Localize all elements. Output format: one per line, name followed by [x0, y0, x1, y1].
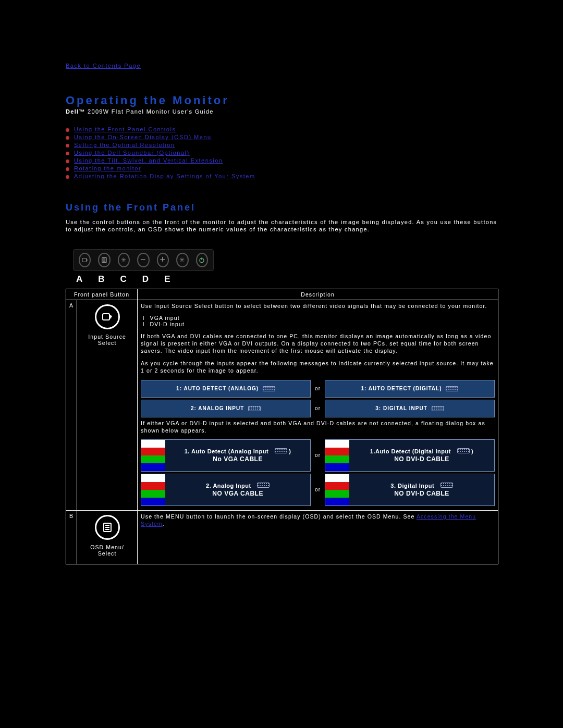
subtitle-rest: 2009W Flat Panel Monitor User's Guide	[85, 108, 214, 115]
nocable-auto-analog: 1. Auto Detect (Analog Input ) No VGA CA…	[141, 439, 311, 472]
or-label: or	[315, 487, 321, 492]
dvi-connector-icon	[457, 448, 470, 453]
toc-link-1[interactable]: Using the On-Screen Display (OSD) Menu	[74, 134, 212, 140]
nocable-analog: 2. Analog Input NO VGA CABLE	[141, 474, 311, 506]
row-b-button-caption: OSD Menu/ Select	[80, 544, 134, 562]
panel-letter-d: D	[142, 274, 149, 285]
row-a-button-cell: Input Source Select	[77, 300, 138, 510]
or-label: or	[315, 452, 321, 458]
row-b-desc-pre: Use the MENU button to launch the on-scr…	[141, 513, 417, 520]
dvi-connector-icon	[446, 386, 458, 391]
vga-connector-icon	[257, 483, 270, 488]
or-label: or	[315, 405, 321, 411]
panel-letter-a: A	[76, 274, 82, 285]
toc-link-2[interactable]: Setting the Optimal Resolution	[74, 142, 175, 148]
section-intro-text: Use the control buttons on the front of …	[66, 218, 498, 233]
section-using-front-panel-title: Using the Front Panel	[66, 202, 500, 213]
toc-list: Using the Front Panel Controls Using the…	[66, 126, 500, 179]
panel-button-input-icon	[79, 253, 91, 267]
nocable-digital: 3. Digital Input NO DVI-D CABLE	[325, 474, 495, 506]
row-b-button-cell: OSD Menu/ Select	[77, 510, 138, 564]
row-b-desc-post: .	[163, 521, 165, 527]
dvi-connector-icon	[440, 483, 453, 488]
front-panel-table: Front panel Button Description A Input S…	[66, 289, 498, 564]
nocable-auto-digital: 1.Auto Detect (Digital Input ) NO DVI-D …	[325, 439, 495, 472]
front-panel-illustration: A B C D E	[73, 249, 214, 285]
panel-button-minus-icon	[137, 253, 149, 267]
row-a-p4: If either VGA or DVI-D input is selected…	[141, 419, 495, 434]
panel-button-brightness-icon	[118, 253, 130, 267]
row-a-input-dvid: DVI-D input	[150, 321, 495, 327]
row-a-input-vga: VGA input	[150, 315, 495, 321]
row-a-description: Use Input Source Select button to select…	[138, 300, 498, 510]
dvi-connector-icon	[432, 406, 444, 411]
panel-letter-c: C	[120, 274, 127, 285]
banner-digital-input: 3: DIGITAL INPUT	[325, 400, 495, 417]
input-source-select-icon	[95, 304, 120, 329]
vga-connector-icon	[263, 386, 275, 391]
page-subtitle: Dell™ 2009W Flat Panel Monitor User's Gu…	[66, 108, 500, 115]
panel-letter-b: B	[98, 274, 104, 285]
table-header-description: Description	[138, 289, 498, 300]
row-a-button-caption: Input Source Select	[80, 334, 134, 351]
table-header-button: Front panel Button	[66, 289, 138, 300]
osd-menu-select-icon	[95, 515, 120, 540]
row-a-p2: If both VGA and DVI cables are connected…	[141, 332, 495, 355]
or-label: or	[315, 386, 321, 391]
brand-name: Dell™	[66, 108, 85, 115]
toc-link-3[interactable]: Using the Dell Soundbar (Optional)	[74, 150, 190, 156]
toc-link-4[interactable]: Using the Tilt, Swivel, and Vertical Ext…	[74, 157, 223, 164]
toc-link-0[interactable]: Using the Front Panel Controls	[74, 126, 176, 132]
row-a-p3: As you cycle through the inputs appear t…	[141, 360, 495, 374]
row-a-p1: Use Input Source Select button to select…	[141, 302, 495, 310]
panel-button-power-icon	[196, 253, 208, 267]
banner-auto-detect-digital: 1: AUTO DETECT (DIGITAL)	[325, 380, 495, 398]
row-a-label: A	[66, 300, 77, 510]
svg-rect-7	[103, 314, 109, 320]
toc-link-5[interactable]: Rotating the monitor	[74, 165, 141, 171]
page-title: Operating the Monitor	[66, 94, 500, 107]
row-b-label: B	[66, 510, 77, 564]
banner-auto-detect-analog: 1: AUTO DETECT (ANALOG)	[141, 380, 311, 398]
vga-connector-icon	[248, 406, 261, 411]
back-to-contents-link[interactable]: Back to Contents Page	[66, 63, 141, 69]
banner-analog-input: 2: ANALOG INPUT	[141, 400, 311, 417]
panel-button-menu-icon	[98, 253, 110, 267]
panel-button-plus-icon	[157, 253, 169, 267]
panel-button-auto-icon	[176, 253, 188, 267]
vga-connector-icon	[275, 448, 287, 453]
toc-link-6[interactable]: Adjusting the Rotation Display Settings …	[74, 173, 255, 179]
row-b-description: Use the MENU button to launch the on-scr…	[138, 510, 498, 564]
panel-letter-e: E	[164, 274, 170, 285]
svg-rect-0	[82, 258, 86, 262]
